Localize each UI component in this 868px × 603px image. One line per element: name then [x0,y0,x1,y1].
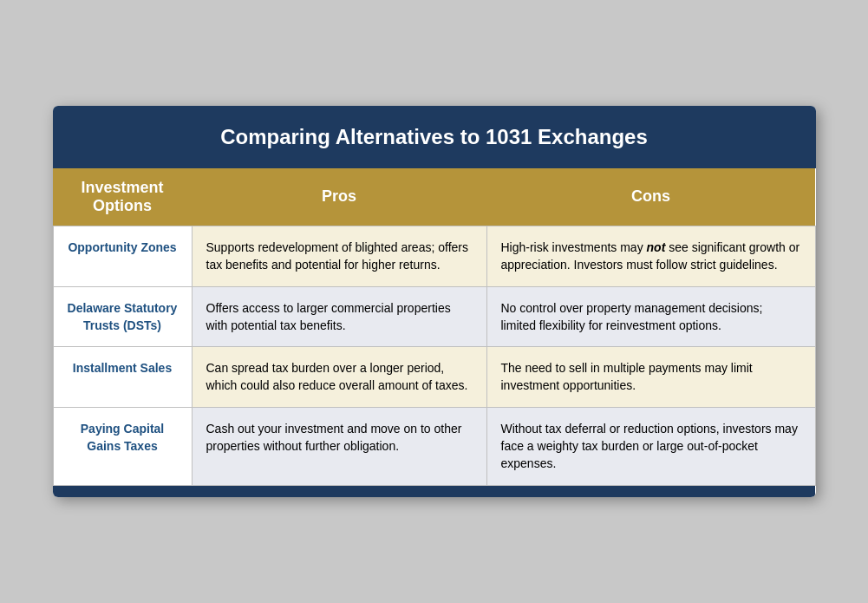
main-card: Comparing Alternatives to 1031 Exchanges… [53,106,816,497]
cell-cons: The need to sell in multiple payments ma… [486,347,815,408]
cell-cons: Without tax deferral or reduction option… [486,407,815,485]
table-row: Paying Capital Gains TaxesCash out your … [53,407,815,485]
table-footer [53,485,815,497]
table-row: Delaware Statutory Trusts (DSTs)Offers a… [53,286,815,347]
table-row: Installment SalesCan spread tax burden o… [53,347,815,408]
comparison-table: Investment Options Pros Cons Opportunity… [53,168,816,497]
column-header-row: Investment Options Pros Cons [53,168,815,226]
cell-pros: Supports redevelopment of blighted areas… [192,226,486,286]
cell-pros: Can spread tax burden over a longer peri… [192,347,486,408]
cons-text-bold: not [647,240,666,254]
col-header-pros: Pros [192,168,486,226]
cons-text-before: High-risk investments may [501,240,647,254]
col-header-investment: Investment Options [53,168,192,226]
cell-cons: High-risk investments may not see signif… [486,226,815,286]
cell-cons: No control over property management deci… [486,286,815,347]
cell-pros: Offers access to larger commercial prope… [192,286,486,347]
cell-investment-option: Paying Capital Gains Taxes [53,407,192,485]
cell-investment-option: Delaware Statutory Trusts (DSTs) [53,286,192,347]
table-row: Opportunity ZonesSupports redevelopment … [53,226,815,286]
page-title: Comparing Alternatives to 1031 Exchanges [79,125,790,149]
cell-pros: Cash out your investment and move on to … [192,407,486,485]
table-footer-row [53,485,815,497]
cell-investment-option: Opportunity Zones [53,226,192,286]
col-header-cons: Cons [486,168,815,226]
cell-investment-option: Installment Sales [53,347,192,408]
table-header: Comparing Alternatives to 1031 Exchanges [53,106,816,168]
